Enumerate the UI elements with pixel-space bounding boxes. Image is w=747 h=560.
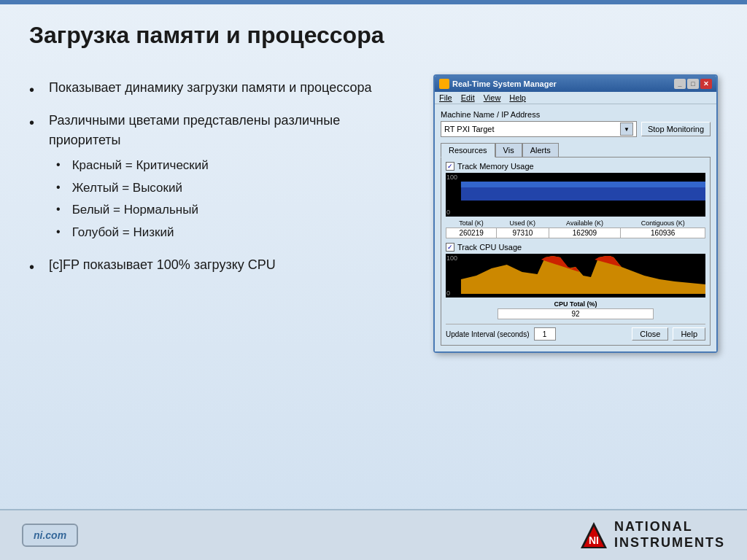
cpu-stats-table: CPU Total (%) 92 <box>498 300 654 319</box>
cpu-chart-svg <box>446 254 705 298</box>
menu-edit[interactable]: Edit <box>461 93 475 102</box>
ni-national: NATIONAL <box>614 519 725 535</box>
cpu-header-total: CPU Total (%) <box>498 300 654 309</box>
tab-alerts[interactable]: Alerts <box>522 143 559 157</box>
close-window-button[interactable]: ✕ <box>700 79 712 89</box>
memory-chart: 100 0 <box>446 173 705 217</box>
sub-item-3: Белый = Нормальный <box>56 201 411 219</box>
sub-item-4: Голубой = Низкий <box>56 223 411 242</box>
cpu-track-row: ✓ Track CPU Usage <box>446 243 705 252</box>
maximize-button[interactable]: □ <box>687 79 699 89</box>
cpu-chart-0: 0 <box>446 289 450 297</box>
win-bottom: Update Interval (seconds) Close Help <box>446 324 705 341</box>
mem-chart-0: 0 <box>446 209 450 216</box>
memory-checkbox[interactable]: ✓ <box>446 162 454 171</box>
mem-val-available: 162909 <box>549 228 621 238</box>
menu-help[interactable]: Help <box>509 93 526 102</box>
close-button[interactable]: Close <box>632 327 668 341</box>
svg-rect-6 <box>572 254 595 264</box>
tab-content: ✓ Track Memory Usage 100 0 <box>441 157 711 346</box>
cpu-chart: 100 0 <box>446 254 705 298</box>
dialog-title: Real-Time System Manager <box>452 79 557 88</box>
sub-item-1: Красный = Критический <box>56 156 411 175</box>
win-body: Machine Name / IP Address RT PXI Target … <box>435 104 716 351</box>
memory-stats-table: Total (K) Used (K) Available (K) Contigu… <box>446 219 705 238</box>
slide: Загрузка памяти и процессора Показывает … <box>0 0 747 560</box>
win-controls[interactable]: _ □ ✕ <box>674 79 712 89</box>
cpu-checkbox[interactable]: ✓ <box>446 243 454 252</box>
mem-header-available: Available (K) <box>549 219 621 228</box>
bullet-2: Различными цветами представлены различны… <box>29 111 411 245</box>
mem-header-used: Used (K) <box>497 219 549 228</box>
bullet-text-3: [c]FP показывает 100% загрузку CPU <box>49 255 276 278</box>
help-button[interactable]: Help <box>673 327 705 341</box>
bottom-bar: ni.com NI NATIONAL INSTRUMENTS <box>0 509 747 560</box>
memory-chart-svg <box>446 173 705 217</box>
machine-label: Machine Name / IP Address <box>441 110 711 119</box>
mem-header-total: Total (K) <box>446 219 497 228</box>
update-interval-input[interactable] <box>534 327 556 341</box>
memory-track-label: Track Memory Usage <box>457 162 534 171</box>
tab-vis[interactable]: Vis <box>495 143 522 157</box>
memory-track-row: ✓ Track Memory Usage <box>446 162 705 171</box>
mem-header-contiguous: Contiguous (K) <box>621 219 705 228</box>
slide-title: Загрузка памяти и процессора <box>29 22 718 56</box>
win-title-left: Real-Time System Manager <box>439 79 557 89</box>
mem-val-contiguous: 160936 <box>621 228 705 238</box>
sub-item-2: Желтый = Высокий <box>56 179 411 198</box>
cpu-val-total: 92 <box>498 309 654 319</box>
bullet-1: Показывает динамику загрузки памяти и пр… <box>29 78 411 101</box>
ni-com-badge: ni.com <box>22 524 78 547</box>
app-icon <box>439 79 449 89</box>
svg-rect-1 <box>461 182 705 187</box>
bullet-list: Показывает динамику загрузки памяти и пр… <box>29 78 411 278</box>
win-titlebar: Real-Time System Manager _ □ ✕ <box>435 76 716 92</box>
win-dialog: Real-Time System Manager _ □ ✕ File Edit… <box>433 74 718 353</box>
mem-val-total: 260219 <box>446 228 497 238</box>
svg-rect-7 <box>622 254 705 261</box>
cpu-chart-100: 100 <box>446 254 457 262</box>
mem-chart-100: 100 <box>446 174 457 181</box>
machine-value: RT PXI Target <box>444 125 494 133</box>
combobox-arrow-icon[interactable]: ▼ <box>620 122 633 136</box>
ni-logo-icon: NI <box>579 521 608 550</box>
win-menubar: File Edit View Help <box>435 92 716 104</box>
content-area: Показывает динамику загрузки памяти и пр… <box>29 74 718 353</box>
tab-resources[interactable]: Resources <box>441 143 495 158</box>
ni-logo-text: NATIONAL INSTRUMENTS <box>614 519 725 551</box>
ni-instruments: INSTRUMENTS <box>614 535 725 551</box>
svg-rect-5 <box>461 254 538 264</box>
menu-file[interactable]: File <box>439 93 452 102</box>
stop-monitoring-button[interactable]: Stop Monitoring <box>641 122 711 136</box>
cpu-track-label: Track CPU Usage <box>457 243 522 252</box>
right-panel: Real-Time System Manager _ □ ✕ File Edit… <box>433 74 718 353</box>
mem-val-used: 97310 <box>497 228 549 238</box>
update-label: Update Interval (seconds) <box>446 330 530 338</box>
svg-text:NI: NI <box>589 534 599 546</box>
left-content: Показывает динамику загрузки памяти и пр… <box>29 74 411 288</box>
menu-view[interactable]: View <box>484 93 501 102</box>
machine-combobox[interactable]: RT PXI Target ▼ <box>441 121 637 137</box>
machine-row: RT PXI Target ▼ Stop Monitoring <box>441 121 711 137</box>
bullet-content-2: Различными цветами представлены различны… <box>49 111 411 245</box>
minimize-button[interactable]: _ <box>674 79 686 89</box>
bullet-3: [c]FP показывает 100% загрузку CPU <box>29 255 411 278</box>
ni-logo: NI NATIONAL INSTRUMENTS <box>579 519 725 551</box>
win-tabs: Resources Vis Alerts <box>441 143 711 157</box>
bullet-text-1: Показывает динамику загрузки памяти и пр… <box>49 78 371 101</box>
sub-list: Красный = Критический Желтый = Высокий Б… <box>49 156 411 241</box>
